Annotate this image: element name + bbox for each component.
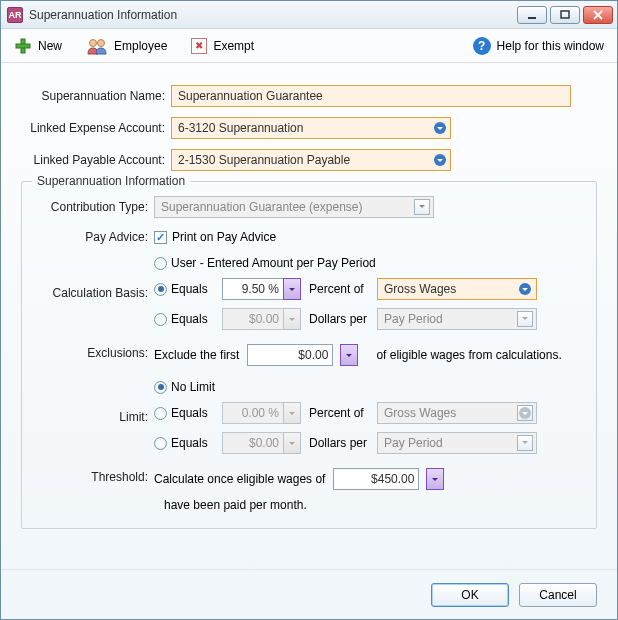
exclusions-pre-text: Exclude the first — [154, 348, 239, 362]
help-label: Help for this window — [497, 39, 604, 53]
content-area: Superannuation Name: Linked Expense Acco… — [1, 63, 617, 569]
calc-equals-percent-radio[interactable]: Equals — [154, 282, 214, 296]
contribution-type-select: Superannuation Guarantee (expense) — [154, 196, 434, 218]
limit-percent-of-value: Gross Wages — [384, 406, 456, 420]
contribution-type-value: Superannuation Guarantee (expense) — [161, 200, 362, 214]
limit-dollars-per-value: Pay Period — [384, 436, 443, 450]
app-icon: AR — [7, 7, 23, 23]
employee-button[interactable]: Employee — [81, 34, 172, 58]
cancel-button[interactable]: Cancel — [519, 583, 597, 607]
expense-dropdown-icon[interactable] — [433, 121, 447, 135]
dropdown-icon — [518, 282, 532, 296]
toolbar: New Employee ✖ Exempt ? Help for this wi… — [1, 29, 617, 63]
svg-rect-3 — [16, 44, 30, 48]
super-info-group: Superannuation Information Contribution … — [21, 181, 597, 529]
percent-of-value: Gross Wages — [384, 282, 456, 296]
maximize-button[interactable] — [550, 6, 580, 24]
exclusions-label: Exclusions: — [38, 344, 154, 360]
limit-label: Limit: — [38, 410, 154, 424]
radio-icon — [154, 407, 167, 420]
help-icon: ? — [473, 37, 491, 55]
exclusions-input[interactable] — [247, 344, 333, 366]
calc-dollar-spinner — [283, 308, 301, 330]
title-bar: AR Superannuation Information — [1, 1, 617, 29]
calc-equals-label-1: Equals — [171, 282, 208, 296]
limit-percent-spinner — [283, 402, 301, 424]
calc-user-label: User - Entered Amount per Pay Period — [171, 256, 376, 270]
calc-equals-dollar-radio[interactable]: Equals — [154, 312, 214, 326]
limit-dollar-spinner — [283, 432, 301, 454]
radio-icon — [154, 257, 167, 270]
dollars-per-label: Dollars per — [301, 312, 377, 326]
window-title: Superannuation Information — [29, 8, 514, 22]
print-pay-advice-checkbox[interactable]: Print on Pay Advice — [154, 230, 276, 244]
pay-advice-label: Pay Advice: — [38, 230, 154, 244]
limit-dollar-input — [222, 432, 284, 454]
limit-none-radio[interactable]: No Limit — [154, 380, 215, 394]
plus-icon — [14, 37, 32, 55]
limit-percent-input — [222, 402, 284, 424]
radio-icon — [154, 283, 167, 296]
svg-point-4 — [90, 39, 97, 46]
minimize-button[interactable] — [517, 6, 547, 24]
chevron-down-icon — [517, 435, 533, 451]
exclusions-spinner[interactable] — [340, 344, 358, 366]
ok-button[interactable]: OK — [431, 583, 509, 607]
calc-dollar-input — [222, 308, 284, 330]
group-title: Superannuation Information — [32, 174, 190, 188]
threshold-label: Threshold: — [38, 468, 154, 484]
calc-percent-input[interactable] — [222, 278, 284, 300]
limit-equals-percent-radio[interactable]: Equals — [154, 406, 214, 420]
limit-dollars-per-label: Dollars per — [301, 436, 377, 450]
calc-user-radio[interactable]: User - Entered Amount per Pay Period — [154, 256, 376, 270]
limit-equals-label-2: Equals — [171, 436, 208, 450]
print-pay-advice-label: Print on Pay Advice — [172, 230, 276, 244]
svg-rect-0 — [528, 17, 536, 19]
minimize-icon — [526, 10, 538, 20]
checkbox-icon — [154, 231, 167, 244]
limit-equals-dollar-radio[interactable]: Equals — [154, 436, 214, 450]
exempt-button[interactable]: ✖ Exempt — [186, 35, 259, 57]
dollars-per-select: Pay Period — [377, 308, 537, 330]
svg-point-5 — [98, 39, 105, 46]
employee-label: Employee — [114, 39, 167, 53]
percent-of-select[interactable]: Gross Wages — [377, 278, 537, 300]
threshold-input[interactable] — [333, 468, 419, 490]
threshold-post-text: have been paid per month. — [164, 498, 307, 512]
maximize-icon — [559, 10, 571, 20]
threshold-spinner[interactable] — [426, 468, 444, 490]
limit-percent-of-select: Gross Wages — [377, 402, 537, 424]
limit-none-label: No Limit — [171, 380, 215, 394]
dollars-per-value: Pay Period — [384, 312, 443, 326]
button-bar: OK Cancel — [1, 569, 617, 619]
radio-icon — [154, 313, 167, 326]
svg-rect-1 — [561, 11, 569, 18]
limit-equals-label-1: Equals — [171, 406, 208, 420]
limit-percent-of-label: Percent of — [301, 406, 377, 420]
calc-basis-label: Calculation Basis: — [38, 286, 154, 300]
new-button[interactable]: New — [9, 34, 67, 58]
payable-account-input[interactable] — [171, 149, 451, 171]
percent-of-label: Percent of — [301, 282, 377, 296]
limit-dollars-per-select: Pay Period — [377, 432, 537, 454]
close-icon — [592, 10, 604, 20]
super-name-input[interactable] — [171, 85, 571, 107]
exempt-icon: ✖ — [191, 38, 207, 54]
help-button[interactable]: ? Help for this window — [468, 34, 609, 58]
chevron-down-icon — [517, 311, 533, 327]
calc-equals-label-2: Equals — [171, 312, 208, 326]
super-name-label: Superannuation Name: — [21, 89, 171, 103]
exclusions-post-text: of eligible wages from calculations. — [376, 348, 561, 362]
close-button[interactable] — [583, 6, 613, 24]
payable-account-label: Linked Payable Account: — [21, 153, 171, 167]
payable-dropdown-icon[interactable] — [433, 153, 447, 167]
calc-percent-spinner[interactable] — [283, 278, 301, 300]
dropdown-icon — [517, 405, 533, 421]
people-icon — [86, 37, 108, 55]
exempt-label: Exempt — [213, 39, 254, 53]
expense-account-input[interactable] — [171, 117, 451, 139]
contribution-type-label: Contribution Type: — [38, 200, 154, 214]
new-label: New — [38, 39, 62, 53]
window-frame: AR Superannuation Information New — [0, 0, 618, 620]
chevron-down-icon — [414, 199, 430, 215]
